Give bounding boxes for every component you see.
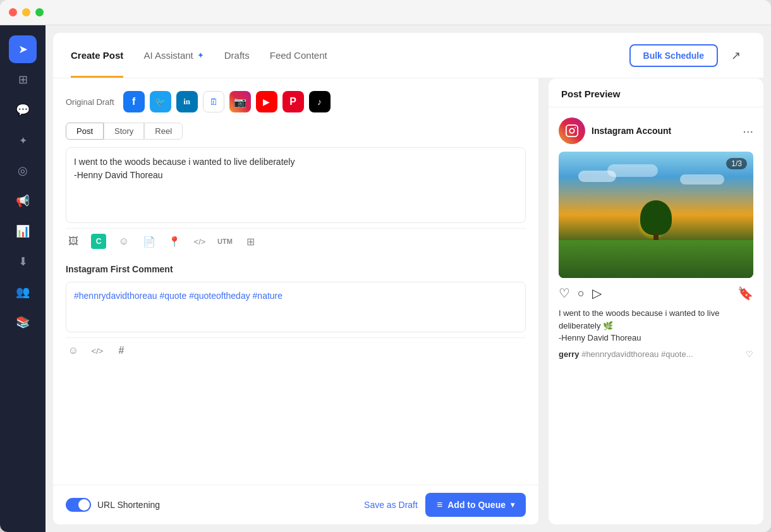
sidebar-item-network[interactable]: ✦ [9,126,37,154]
utm-icon[interactable]: UTM [217,234,233,249]
youtube-icon[interactable]: ▶ [256,91,277,112]
sidebar-item-download[interactable]: ⬇ [9,248,37,275]
image-upload-icon[interactable]: 🖼 [66,234,81,249]
post-text-line2: -Henny David Thoreau [74,169,518,182]
pinterest-icon[interactable]: P [282,91,304,112]
emoji-icon[interactable]: ☺ [116,234,131,249]
comment-heart-icon[interactable]: ♡ [746,349,753,359]
ground [559,240,753,278]
instagram-platform-icon[interactable]: 📷 [229,91,251,112]
code-icon[interactable]: </> [192,234,207,249]
heart-icon[interactable]: ♡ [559,286,570,301]
original-draft-label: Original Draft [66,97,114,107]
comment-icon[interactable]: ○ [578,287,585,300]
more-options-icon[interactable]: ··· [743,124,753,138]
comment-text-preview: #hennrydavidthoreau #quote... [581,349,693,359]
app-body: ➤ ⊞ 💬 ✦ ◎ 📢 📊 ⬇ 👥 [0,25,771,532]
tab-feed-content-label: Feed Content [270,50,327,61]
svg-rect-0 [566,125,578,136]
tab-ai-assistant[interactable]: AI Assistant ✦ [143,33,203,78]
tab-drafts[interactable]: Drafts [224,33,250,78]
tree-crown [640,200,672,235]
bulk-schedule-button[interactable]: Bulk Schedule [629,44,718,67]
sidebar-item-target[interactable]: ◎ [9,157,37,184]
preview-image-container: 1/3 [559,152,753,278]
target-icon: ◎ [18,164,28,178]
megaphone-icon: 📢 [16,194,30,208]
post-type-tabs: Post Story Reel [66,123,526,140]
sidebar-item-dashboard[interactable]: ⊞ [9,66,37,94]
file-icon[interactable]: 📄 [142,234,157,249]
first-comment-box[interactable]: #hennrydavidthoreau #quote #quoteoftheda… [66,282,526,332]
location-icon[interactable]: 📍 [167,234,182,249]
close-button[interactable] [9,8,17,16]
tiktok-icon[interactable]: ♪ [309,91,331,112]
main-content: Create Post AI Assistant ✦ Drafts Feed C… [46,25,771,532]
tab-reel[interactable]: Reel [144,123,183,140]
post-text-area[interactable]: I went to the woods because i wanted to … [66,147,526,223]
svg-point-2 [574,127,576,128]
preview-comments: gerry #hennrydavidthoreau #quote... ♡ [559,349,753,359]
tab-story[interactable]: Story [104,123,144,140]
sidebar-item-team[interactable]: 👥 [9,278,37,306]
bottom-actions: Save as Draft ≡ Add to Queue ▾ [364,493,526,517]
url-shortening-label: URL Shortening [97,500,160,510]
post-text-line1: I went to the woods because i wanted to … [74,155,518,169]
comment-code-icon[interactable]: </> [90,343,105,358]
comment-emoji-icon[interactable]: ☺ [66,343,81,358]
app-window: ➤ ⊞ 💬 ✦ ◎ 📢 📊 ⬇ 👥 [0,0,771,532]
preview-actions: ♡ ○ ▷ 🔖 [559,286,753,301]
comment-hashtag-icon[interactable]: # [114,343,129,358]
messages-icon: 💬 [16,103,30,117]
bottom-bar: URL Shortening Save as Draft ≡ Add to Qu… [53,485,538,524]
caption-line1: I went to the woods because i wanted to … [559,308,719,330]
minimize-button[interactable] [22,8,30,16]
caption-line2: -Henny David Thoreau [559,333,641,342]
save-draft-button[interactable]: Save as Draft [364,500,418,510]
google-mybusiness-icon[interactable]: 🗓 [203,91,224,112]
queue-icon: ≡ [437,499,442,511]
tab-create-post-label: Create Post [71,50,123,61]
bookmark-icon[interactable]: 🔖 [738,286,753,301]
comment-user: gerry [559,349,580,359]
comment-toolbar: ☺ </> # [66,337,526,358]
sidebar-item-messages[interactable]: 💬 [9,96,37,124]
tab-post[interactable]: Post [66,123,104,140]
sidebar-item-send[interactable]: ➤ [9,35,37,63]
account-name: Instagram Account [592,126,671,136]
facebook-icon[interactable]: f [123,91,145,112]
toggle-knob [78,499,90,511]
first-comment-label: Instagram First Comment [66,264,526,274]
library-icon: 📚 [16,315,30,329]
tab-feed-content[interactable]: Feed Content [270,33,327,78]
sidebar: ➤ ⊞ 💬 ✦ ◎ 📢 📊 ⬇ 👥 [0,25,46,532]
chevron-down-icon: ▾ [511,500,514,509]
first-comment-section: Instagram First Comment #hennrydavidthor… [66,264,526,358]
preview-card: Post Preview [549,78,763,524]
maximize-button[interactable] [35,8,44,16]
grid-icon[interactable]: ⊞ [243,234,258,249]
network-icon: ✦ [19,135,27,147]
add-to-queue-button[interactable]: ≡ Add to Queue ▾ [425,493,526,517]
header-actions: Bulk Schedule ↗ [629,44,746,67]
twitter-icon[interactable]: 🐦 [150,91,171,112]
url-shortening-toggle[interactable] [66,498,91,512]
sidebar-item-library[interactable]: 📚 [9,308,37,336]
sidebar-item-megaphone[interactable]: 📢 [9,187,37,215]
url-shortening-row: URL Shortening [66,498,160,512]
export-button[interactable]: ↗ [725,45,746,66]
post-composer: Original Draft f 🐦 in [53,78,538,485]
instagram-logo [565,124,579,138]
tab-create-post[interactable]: Create Post [71,33,123,78]
send-icon: ➤ [18,42,28,56]
linkedin-icon[interactable]: in [176,91,198,112]
preview-caption: I went to the woods because i wanted to … [559,307,753,344]
share-icon[interactable]: ▷ [592,286,602,301]
tab-ai-assistant-label: AI Assistant [143,50,193,61]
ai-star-icon: ✦ [197,51,204,60]
sidebar-item-analytics[interactable]: 📊 [9,217,37,245]
preview-title: Post Preview [561,88,620,99]
draft-header: Original Draft f 🐦 in [66,91,526,112]
image-counter: 1/3 [726,158,747,169]
grammarly-icon[interactable]: C [91,234,106,249]
